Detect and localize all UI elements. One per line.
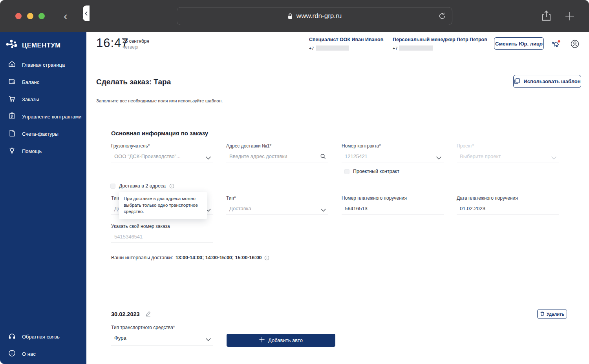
change-legal-entity-button[interactable]: Сменить Юр. лицо [494,37,544,50]
sidebar-item-invoices[interactable]: Счета-фактуры [0,125,86,142]
reload-icon[interactable] [438,12,446,22]
chevron-down-icon[interactable] [206,154,211,161]
sidebar-item-label: О нас [22,351,36,357]
chevron-down-icon [551,154,556,161]
payment-order-number-value[interactable]: 56416513 [345,206,434,211]
zoom-window-button[interactable] [38,13,45,19]
contact-personal-manager: Персональный менеджер Петр Петров +7 [393,37,487,51]
payment-order-date-field[interactable]: Дата платежного поручения 01.02.2023 [457,195,559,201]
close-window-button[interactable] [15,13,22,19]
two-addresses-tooltip: При доставке в два адреса можно выбрать … [119,192,207,219]
clock-date: 25 сентября четверг [123,38,149,50]
checkbox-icon[interactable] [110,184,115,189]
sidebar-item-label: Помощь [22,148,42,154]
delete-delivery-label: Удалить [547,312,564,317]
sidebar-item-feedback[interactable]: Обратная связь [0,328,86,345]
contract-number-field[interactable]: Номер контракта* 12125421 [342,143,444,149]
delivery-address-field[interactable]: Адрес доставки №1* Введите адрес доставк… [226,143,328,149]
sidebar-item-label: Заказы [22,96,39,102]
contact-title: Специалист ООК Иван Иванов [309,37,383,42]
sidebar: ЦЕМЕНТУМ Главная страница Баланс Заказы … [0,32,86,364]
chevron-down-icon[interactable] [436,154,441,161]
info-icon[interactable] [264,255,269,260]
share-icon[interactable] [541,9,552,24]
delivery-date-row: 30.02.2023 [111,311,151,318]
plus-icon [259,337,265,344]
notifications-bell-icon[interactable] [551,39,560,48]
own-order-number-value[interactable]: 5415346541 [114,234,203,240]
order-type-field[interactable]: Тип* Доставка [226,195,328,201]
sidebar-item-orders[interactable]: Заказы [0,91,86,108]
contract-number-label: Номер контракта* [342,143,444,149]
headphones-icon [8,332,16,341]
app-logo[interactable]: ЦЕМЕНТУМ [5,38,61,53]
project-contract-label: Проектный контракт [353,169,399,174]
chevron-down-icon[interactable] [321,206,326,213]
order-type-label: Тип* [226,195,328,201]
sidebar-item-balance[interactable]: Баланс [0,73,86,91]
browser-window: ‹ › www.rdn-grp.ru [0,0,589,364]
trash-icon [540,311,545,317]
change-legal-entity-label: Сменить Юр. лицо [495,41,543,47]
sidebar-item-label: Управление контрактами [22,114,82,120]
minimize-window-button[interactable] [27,13,33,19]
sidebar-item-label: Баланс [22,79,39,85]
page-title: Сделать заказ: Тара [96,78,171,86]
order-info-section-title: Основная информация по заказу [111,130,208,136]
chevron-down-icon[interactable] [206,336,211,343]
sidebar-item-help[interactable]: Помощь [0,142,86,160]
sidebar-item-contracts[interactable]: Управление контрактами [0,108,86,125]
info-icon[interactable] [169,184,174,189]
phone-prefix: +7 [309,46,314,51]
delivery-address-input[interactable]: Введите адрес доставки [229,153,318,159]
date-text: 25 сентября [123,38,149,44]
address-bar[interactable]: www.rdn-grp.ru [177,7,452,25]
url-text: www.rdn-grp.ru [296,12,342,20]
own-order-number-field[interactable]: Указать свой номер заказа 5415346541 [111,224,213,229]
browser-back-icon[interactable]: ‹ [60,9,71,24]
consignee-field[interactable]: Грузополучатель* ООО "ДСК-Производство".… [111,143,213,149]
add-vehicle-label: Добавить авто [268,337,303,343]
sidebar-item-label: Обратная связь [22,334,60,340]
checkbox-icon[interactable] [344,169,349,174]
search-icon[interactable] [320,153,326,161]
intervals-value: 13:00-14:00; 14:00-15:00; 15:00-16:00 [176,255,262,260]
own-order-number-label: Указать свой номер заказа [111,224,213,229]
payment-order-number-label: Номер платежного поручения [342,195,444,201]
vehicle-type-field[interactable]: Тип транспортного средства* Фура [111,325,213,330]
use-template-button[interactable]: Использовать шаблон [513,75,581,88]
consignee-label: Грузополучатель* [111,143,213,149]
project-field: Проект* Выберите проект [457,143,559,149]
order-type-value: Доставка [229,206,318,211]
cementum-logo-icon [5,38,19,53]
sidebar-item-about[interactable]: О нас [0,345,86,362]
cart-icon [8,95,16,104]
sidebar-item-home[interactable]: Главная страница [0,56,86,73]
payment-order-date-value[interactable]: 01.02.2023 [460,206,549,211]
delete-delivery-button[interactable]: Удалить [537,309,567,319]
lightbulb-icon [8,146,16,156]
phone-redacted [399,46,433,51]
vehicle-type-label: Тип транспортного средства* [111,325,213,330]
add-vehicle-button[interactable]: Добавить авто [227,334,335,347]
project-contract-checkbox-row[interactable]: Проектный контракт [344,169,399,174]
new-tab-icon[interactable] [564,11,575,23]
delivery-address-label: Адрес доставки №1* [226,143,328,149]
two-addresses-label: Доставка в 2 адреса [119,183,166,189]
page-subtitle: Заполните все необходимые поля или испол… [96,98,223,103]
delivery-intervals: Ваши интервалы доставки: 13:00-14:00; 14… [111,255,269,260]
phone-redacted [316,46,349,51]
delivery-date-value: 30.02.2023 [111,311,140,317]
info-circle-icon [8,349,16,359]
contact-title: Персональный менеджер Петр Петров [393,37,487,42]
lock-icon [287,13,293,19]
project-label: Проект* [457,143,559,149]
edit-pencil-icon[interactable] [145,311,151,318]
app-logo-text: ЦЕМЕНТУМ [22,42,61,49]
payment-order-number-field[interactable]: Номер платежного поручения 56416513 [342,195,444,201]
two-addresses-checkbox-row[interactable]: Доставка в 2 адреса [110,183,174,189]
clipboard-icon [8,112,16,121]
account-profile-icon[interactable] [570,39,579,48]
project-value: Выберите проект [460,153,549,159]
sidebar-collapse-button[interactable] [83,5,90,21]
